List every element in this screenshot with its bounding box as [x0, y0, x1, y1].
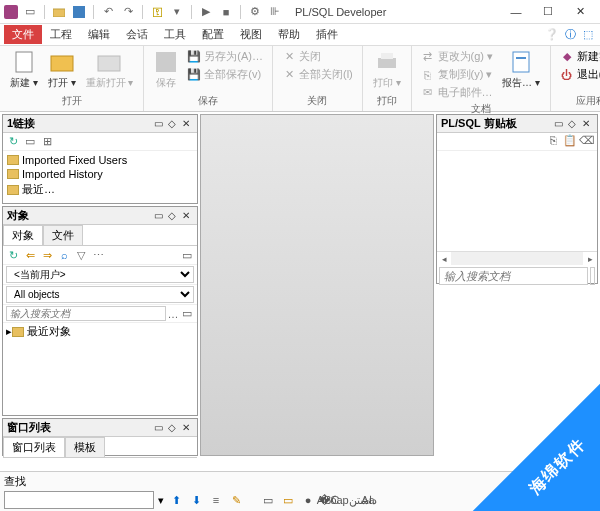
obj-refresh-icon[interactable]: ↻ — [6, 248, 20, 262]
maximize-button[interactable]: ☐ — [532, 0, 564, 24]
clipboard-search-input[interactable] — [439, 267, 588, 285]
close-file-button[interactable]: ✕关闭 — [279, 48, 356, 65]
menu-file[interactable]: 文件 — [4, 25, 42, 44]
obj-box-icon[interactable]: ▭ — [180, 248, 194, 262]
save-button[interactable]: 保存 — [150, 48, 182, 92]
obj-fwd-icon[interactable]: ⇒ — [40, 248, 54, 262]
new-instance-button[interactable]: ◆新建实例(I) — [557, 48, 600, 65]
close-all-button[interactable]: ✕全部关闭(l) — [279, 66, 356, 83]
panel-pin-icon[interactable]: ◇ — [165, 421, 179, 435]
qat-key-icon[interactable]: ⚿ — [149, 4, 165, 20]
qat-redo-icon[interactable]: ↷ — [120, 4, 136, 20]
find-dot-icon[interactable]: ● — [300, 492, 316, 508]
find-box1-icon[interactable]: ▭ — [260, 492, 276, 508]
panel-restore-icon[interactable]: ▭ — [551, 117, 565, 131]
qat-settings-icon[interactable]: ⚙ — [247, 4, 263, 20]
find-highlight-icon[interactable]: ✎ — [228, 492, 244, 508]
save-all-button[interactable]: 💾全部保存(v) — [184, 66, 266, 83]
panel-pin-icon[interactable]: ◇ — [565, 117, 579, 131]
search-box-icon[interactable]: ▭ — [180, 307, 194, 321]
panel-close-icon[interactable]: ✕ — [179, 117, 193, 131]
panel-pin-icon[interactable]: ◇ — [165, 209, 179, 223]
menu-project[interactable]: 工程 — [42, 25, 80, 44]
tab-objects[interactable]: 对象 — [3, 225, 43, 245]
panel-pin-icon[interactable]: ◇ — [165, 117, 179, 131]
reopen-button[interactable]: 重新打开 ▾ — [82, 48, 138, 92]
qat-stop-icon[interactable]: ■ — [218, 4, 234, 20]
menu-tools[interactable]: 工具 — [156, 25, 194, 44]
open-button[interactable]: 打开 ▾ — [44, 48, 80, 92]
objects-panel: 对象 ▭ ◇ ✕ 对象 文件 ↻ ⇐ ⇒ ⌕ ▽ ⋯ ▭ <当前用户> All … — [2, 206, 198, 416]
scroll-left-icon[interactable]: ◂ — [437, 252, 451, 265]
obj-back-icon[interactable]: ⇐ — [23, 248, 37, 262]
recent-objects-row[interactable]: ▸ 最近对象 — [3, 322, 197, 340]
find-regex-icon[interactable]: �барداشتن — [340, 492, 356, 508]
object-search-input[interactable] — [6, 306, 166, 321]
qat-save-icon[interactable] — [71, 4, 87, 20]
tab-winlist[interactable]: 窗口列表 — [3, 437, 65, 457]
print-button[interactable]: 打印 ▾ — [369, 48, 405, 92]
find-next-icon[interactable]: ⬇ — [188, 492, 204, 508]
close-button[interactable]: ✕ — [564, 0, 596, 24]
panel-close-icon[interactable]: ✕ — [579, 117, 593, 131]
qat-dropdown-icon[interactable]: ▾ — [169, 4, 185, 20]
save-as-button[interactable]: 💾另存为(A)… — [184, 48, 266, 65]
report-button[interactable]: 报告… ▾ — [498, 48, 544, 92]
menu-plugin[interactable]: 插件 — [308, 25, 346, 44]
info-icon[interactable]: ⓘ — [562, 27, 578, 43]
panel-close-icon[interactable]: ✕ — [179, 421, 193, 435]
scroll-right-icon[interactable]: ▸ — [583, 252, 597, 265]
tree-item[interactable]: Imported Fixed Users — [7, 153, 193, 167]
qat-open-icon[interactable] — [51, 4, 67, 20]
clipboard-scrollbar[interactable]: ◂ ▸ — [437, 251, 597, 265]
find-dropdown-icon[interactable]: ▾ — [158, 494, 164, 507]
email-button[interactable]: ✉电子邮件… — [418, 84, 497, 101]
clip-clear-icon[interactable]: ⌫ — [580, 133, 594, 147]
new-button[interactable]: 新建 ▾ — [6, 48, 42, 92]
clip-copy-icon[interactable]: ⎘ — [546, 133, 560, 147]
obj-find-icon[interactable]: ⌕ — [57, 248, 71, 262]
ext-icon[interactable]: ⬚ — [580, 27, 596, 43]
qat-undo-icon[interactable]: ↶ — [100, 4, 116, 20]
search-more-icon[interactable]: … — [166, 307, 180, 321]
menu-view[interactable]: 视图 — [232, 25, 270, 44]
change-to-button[interactable]: ⇄更改为(g) ▾ — [418, 48, 497, 65]
close-file-icon: ✕ — [282, 50, 296, 64]
clip-paste-icon[interactable]: 📋 — [563, 133, 577, 147]
report-icon — [509, 50, 533, 74]
menu-help[interactable]: 帮助 — [270, 25, 308, 44]
minimize-button[interactable]: — — [500, 0, 532, 24]
group-open-label: 打开 — [6, 93, 137, 109]
panel-restore-icon[interactable]: ▭ — [151, 117, 165, 131]
copy-to-button[interactable]: ⎘复制到(y) ▾ — [418, 66, 497, 83]
menu-session[interactable]: 会话 — [118, 25, 156, 44]
refresh-icon[interactable]: ↻ — [6, 135, 20, 149]
tree-item[interactable]: 最近… — [7, 181, 193, 198]
find-all-icon[interactable]: ≡ — [208, 492, 224, 508]
find-input[interactable] — [4, 491, 154, 509]
find-case-icon[interactable]: Aa — [360, 492, 376, 508]
menu-edit[interactable]: 编辑 — [80, 25, 118, 44]
connections-title: 1链接 — [7, 116, 151, 131]
panel-restore-icon[interactable]: ▭ — [151, 209, 165, 223]
exit-button[interactable]: ⏻退出(x) — [557, 66, 600, 83]
clipboard-search-button[interactable] — [590, 267, 595, 285]
panel-close-icon[interactable]: ✕ — [179, 209, 193, 223]
find-prev-icon[interactable]: ⬆ — [168, 492, 184, 508]
find-box2-icon[interactable]: ▭ — [280, 492, 296, 508]
qat-sliders-icon[interactable]: ⊪ — [267, 4, 283, 20]
expand-icon[interactable]: ⊞ — [40, 135, 54, 149]
tab-files[interactable]: 文件 — [43, 225, 83, 245]
tree-item[interactable]: Imported History — [7, 167, 193, 181]
add-icon[interactable]: ▭ — [23, 135, 37, 149]
panel-restore-icon[interactable]: ▭ — [151, 421, 165, 435]
user-select[interactable]: <当前用户> — [6, 266, 194, 283]
menu-config[interactable]: 配置 — [194, 25, 232, 44]
help-icon[interactable]: ❔ — [544, 27, 560, 43]
obj-more-icon[interactable]: ⋯ — [91, 248, 105, 262]
obj-filter-icon[interactable]: ▽ — [74, 248, 88, 262]
objects-select[interactable]: All objects — [6, 286, 194, 303]
tab-template[interactable]: 模板 — [65, 437, 105, 457]
qat-run-icon[interactable]: ▶ — [198, 4, 214, 20]
qat-new-icon[interactable]: ▭ — [22, 4, 38, 20]
